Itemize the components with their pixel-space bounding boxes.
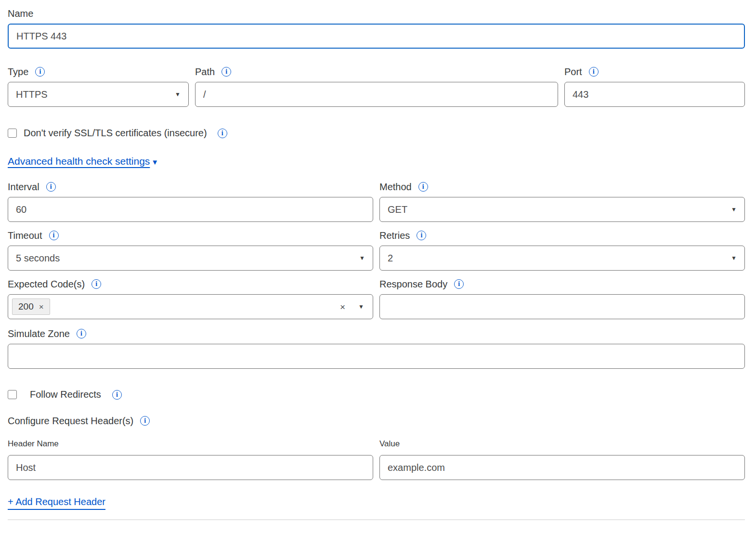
section-divider bbox=[8, 520, 745, 520]
type-label: Type bbox=[8, 66, 28, 78]
type-field: Type i HTTPS ▼ bbox=[8, 66, 189, 107]
interval-field: Interval i bbox=[8, 181, 373, 222]
follow-redirects-row: Follow Redirects i bbox=[8, 389, 745, 400]
advanced-settings-link[interactable]: Advanced health check settings bbox=[8, 156, 150, 167]
response-body-input[interactable] bbox=[379, 294, 745, 319]
timeout-field: Timeout i 5 seconds ▼ bbox=[8, 230, 373, 271]
retries-select[interactable]: 2 ▼ bbox=[379, 246, 745, 271]
header-name-field: Header Name bbox=[8, 439, 373, 480]
chevron-down-icon: ▼ bbox=[731, 207, 737, 212]
info-icon[interactable]: i bbox=[49, 231, 59, 240]
ssl-verify-checkbox[interactable] bbox=[8, 129, 17, 138]
request-headers-label: Configure Request Header(s) bbox=[8, 415, 133, 427]
interval-label: Interval bbox=[8, 181, 39, 193]
response-body-label: Response Body bbox=[379, 278, 447, 290]
add-request-header-link[interactable]: + Add Request Header bbox=[8, 496, 105, 510]
simulate-zone-field: Simulate Zone i bbox=[8, 328, 745, 369]
advanced-settings-link-text: Advanced health check settings bbox=[8, 156, 150, 167]
port-label: Port bbox=[564, 66, 582, 78]
info-icon[interactable]: i bbox=[112, 390, 122, 400]
expected-code-tag-value: 200 bbox=[18, 301, 34, 312]
info-icon[interactable]: i bbox=[77, 329, 86, 338]
ssl-verify-row: Don't verify SSL/TLS certificates (insec… bbox=[8, 128, 745, 139]
path-input[interactable] bbox=[195, 82, 558, 107]
chevron-down-icon: ▼ bbox=[359, 255, 365, 261]
follow-redirects-label: Follow Redirects bbox=[30, 389, 101, 400]
path-field: Path i bbox=[195, 66, 558, 107]
type-select[interactable]: HTTPS ▼ bbox=[8, 82, 189, 107]
name-label: Name bbox=[8, 8, 33, 19]
header-value-label: Value bbox=[379, 439, 745, 449]
info-icon[interactable]: i bbox=[218, 129, 227, 138]
health-check-form: Name Type i HTTPS ▼ Path i Port i bbox=[0, 0, 756, 532]
response-body-field: Response Body i bbox=[379, 278, 745, 319]
info-icon[interactable]: i bbox=[35, 67, 45, 77]
header-name-label: Header Name bbox=[8, 439, 373, 449]
method-label: Method bbox=[379, 181, 412, 193]
chevron-down-icon[interactable]: ▼ bbox=[358, 304, 364, 310]
expected-codes-field: Expected Code(s) i 200 × × ▼ bbox=[8, 278, 373, 319]
interval-input[interactable] bbox=[8, 197, 373, 222]
header-value-input[interactable] bbox=[379, 455, 745, 480]
retries-field: Retries i 2 ▼ bbox=[379, 230, 745, 271]
simulate-zone-input[interactable] bbox=[8, 344, 745, 369]
retries-select-value: 2 bbox=[388, 253, 393, 264]
header-value-field: Value bbox=[379, 439, 745, 480]
expected-code-tag: 200 × bbox=[12, 299, 50, 315]
simulate-zone-label: Simulate Zone bbox=[8, 328, 70, 339]
chevron-down-icon: ▼ bbox=[175, 91, 181, 97]
info-icon[interactable]: i bbox=[417, 231, 426, 240]
port-input[interactable] bbox=[564, 82, 745, 107]
port-field: Port i bbox=[564, 66, 745, 107]
name-input[interactable] bbox=[8, 24, 745, 49]
info-icon[interactable]: i bbox=[46, 182, 56, 192]
ssl-verify-label: Don't verify SSL/TLS certificates (insec… bbox=[24, 128, 207, 139]
timeout-select[interactable]: 5 seconds ▼ bbox=[8, 246, 373, 271]
info-icon[interactable]: i bbox=[222, 67, 231, 77]
expected-codes-multiselect[interactable]: 200 × × ▼ bbox=[8, 294, 373, 319]
timeout-select-value: 5 seconds bbox=[16, 253, 60, 264]
method-field: Method i GET ▼ bbox=[379, 181, 745, 222]
type-select-value: HTTPS bbox=[16, 89, 48, 100]
info-icon[interactable]: i bbox=[418, 182, 428, 192]
chevron-down-icon: ▼ bbox=[731, 255, 737, 261]
method-select-value: GET bbox=[388, 204, 407, 215]
retries-label: Retries bbox=[379, 230, 410, 241]
path-label: Path bbox=[195, 66, 215, 78]
info-icon[interactable]: i bbox=[140, 416, 150, 426]
method-select[interactable]: GET ▼ bbox=[379, 197, 745, 222]
caret-down-icon: ▼ bbox=[151, 158, 158, 166]
tag-remove-icon[interactable]: × bbox=[39, 303, 44, 311]
info-icon[interactable]: i bbox=[589, 67, 599, 77]
follow-redirects-checkbox[interactable] bbox=[8, 390, 17, 399]
clear-icon[interactable]: × bbox=[340, 302, 345, 312]
header-name-input[interactable] bbox=[8, 455, 373, 480]
expected-codes-label: Expected Code(s) bbox=[8, 278, 85, 290]
timeout-label: Timeout bbox=[8, 230, 42, 241]
info-icon[interactable]: i bbox=[454, 279, 464, 289]
info-icon[interactable]: i bbox=[91, 279, 101, 289]
